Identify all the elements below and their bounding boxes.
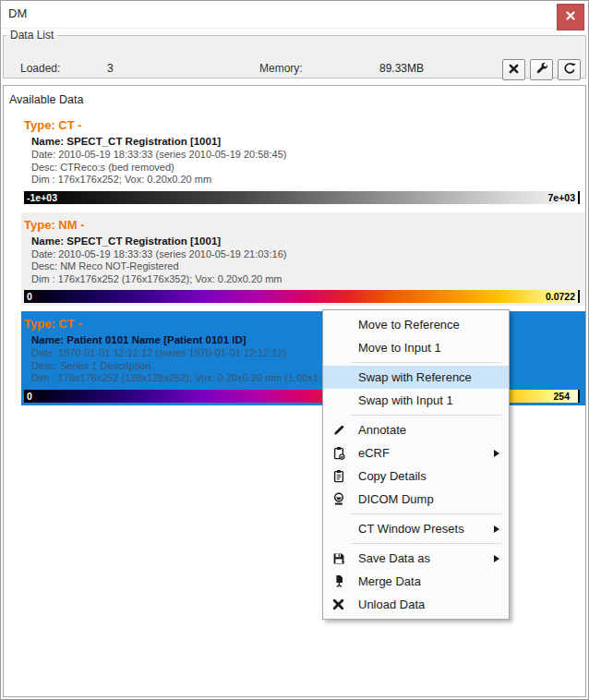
menu-separator bbox=[351, 362, 501, 363]
wrench-icon bbox=[535, 62, 548, 78]
clear-icon bbox=[508, 63, 520, 78]
colorbar-min-label: 0 bbox=[27, 391, 32, 402]
floppy-icon bbox=[332, 552, 353, 565]
menu-separator bbox=[351, 513, 501, 514]
colorbar-max-label: 0.0722 bbox=[546, 291, 575, 302]
close-icon bbox=[565, 10, 576, 24]
menu-item-ecrf[interactable]: eCRF bbox=[323, 441, 509, 465]
pen-icon bbox=[332, 424, 353, 437]
entry-name: Name: SPECT_CT Registration [1001] bbox=[31, 135, 580, 149]
loaded-value: 3 bbox=[107, 62, 114, 75]
menu-item-annotate[interactable]: Annotate bbox=[323, 418, 509, 441]
entry-dim: Dim : 176x176x252; Vox: 0.20x0.20 mm bbox=[31, 174, 580, 187]
entry-desc: Desc: NM Reco NOT-Registered bbox=[31, 260, 580, 273]
menu-item-move-to-reference[interactable]: Move to Reference bbox=[323, 313, 509, 336]
menu-item-save-data-as[interactable]: Save Data as bbox=[323, 547, 509, 570]
loaded-label: Loaded: bbox=[20, 62, 60, 75]
colorbar-min-label: -1e+03 bbox=[27, 192, 57, 203]
context-menu: Move to Reference Move to Input 1 Swap w… bbox=[322, 309, 510, 620]
menu-item-dicom-dump[interactable]: DICOM Dump bbox=[323, 488, 509, 511]
entry-type: Type: NM - bbox=[24, 217, 580, 233]
close-button[interactable] bbox=[557, 4, 584, 30]
entry-date: Date: 2010-05-19 18:33:33 (series 2010-0… bbox=[31, 248, 580, 261]
menu-item-unload-data[interactable]: Unload Data bbox=[323, 593, 509, 616]
data-entry-nm[interactable]: Type: NM - Name: SPECT_CT Registration [… bbox=[21, 212, 585, 307]
window-title: DM bbox=[8, 6, 27, 20]
entry-name: Name: SPECT_CT Registration [1001] bbox=[31, 235, 580, 248]
colorbar-max-label: 7e+03 bbox=[548, 192, 576, 203]
clear-all-button[interactable] bbox=[502, 59, 525, 80]
data-list-buttons bbox=[502, 59, 581, 80]
unload-x-icon bbox=[332, 598, 353, 610]
submenu-arrow-icon bbox=[494, 555, 499, 562]
menu-item-copy-details[interactable]: Copy Details bbox=[323, 465, 509, 488]
clipboard-check-icon bbox=[332, 446, 353, 460]
menu-item-swap-with-input-1[interactable]: Swap with Input 1 bbox=[323, 389, 509, 412]
data-list-row: Loaded: 3 Memory: 89.33MB bbox=[4, 42, 585, 78]
memory-label: Memory: bbox=[259, 62, 303, 75]
entry-type: Type: CT - bbox=[24, 117, 580, 133]
merge-icon bbox=[332, 574, 353, 588]
clipboard-icon bbox=[332, 469, 353, 483]
dicom-icon bbox=[332, 492, 353, 506]
menu-item-move-to-input-1[interactable]: Move to Input 1 bbox=[323, 336, 509, 359]
entry-dim: Dim : 176x176x252 (176x176x352); Vox: 0.… bbox=[31, 273, 580, 286]
menu-item-swap-with-reference[interactable]: Swap with Reference bbox=[323, 366, 509, 389]
submenu-arrow-icon bbox=[494, 450, 499, 457]
available-data-title: Available Data bbox=[4, 86, 585, 113]
colorbar-min-label: 0 bbox=[27, 291, 32, 302]
menu-item-merge-data[interactable]: Merge Data bbox=[323, 570, 509, 593]
data-list-groupbox: Data List Loaded: 3 Memory: 89.33MB bbox=[3, 29, 586, 78]
grayscale-colorbar: -1e+03 7e+03 bbox=[24, 191, 580, 204]
memory-value: 89.33MB bbox=[379, 62, 424, 75]
settings-wrench-button[interactable] bbox=[530, 59, 553, 80]
hot-colorbar: 0 0.0722 bbox=[24, 290, 580, 303]
refresh-icon bbox=[563, 62, 576, 78]
menu-item-ct-window-presets[interactable]: CT Window Presets bbox=[323, 517, 509, 540]
data-list-legend: Data List bbox=[6, 29, 57, 42]
entry-date: Date: 2010-05-19 18:33:33 (series 2010-0… bbox=[31, 149, 580, 162]
title-bar: DM bbox=[1, 1, 588, 29]
colorbar-max-label: 254 bbox=[553, 391, 570, 402]
refresh-button[interactable] bbox=[558, 59, 581, 80]
dm-window: DM Data List Loaded: 3 Memory: 89.33MB bbox=[0, 0, 589, 700]
menu-separator bbox=[351, 415, 501, 416]
menu-separator bbox=[351, 543, 501, 544]
entry-desc: Desc: CTReco:s (bed removed) bbox=[31, 162, 580, 175]
submenu-arrow-icon bbox=[494, 525, 499, 533]
data-entry-ct-1[interactable]: Type: CT - Name: SPECT_CT Registration [… bbox=[21, 113, 585, 207]
